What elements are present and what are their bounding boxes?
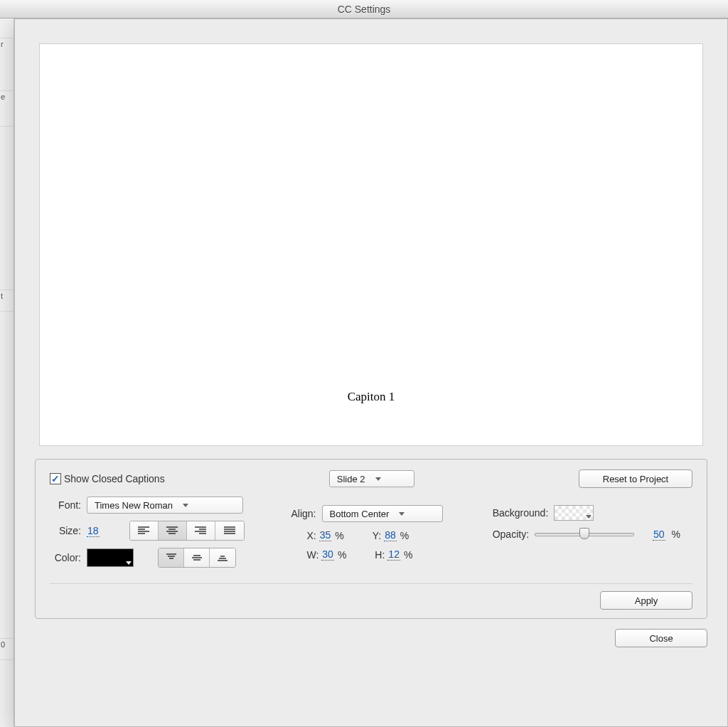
- text-align-group: [129, 521, 245, 541]
- reset-to-project-button[interactable]: Reset to Project: [579, 469, 692, 488]
- chevron-down-icon: [586, 515, 592, 519]
- chevron-down-icon: [183, 504, 188, 507]
- background-picker[interactable]: [554, 505, 594, 521]
- settings-panel: ✓ Show Closed Captions Slide 2 Reset to …: [35, 459, 707, 619]
- size-label: Size:: [50, 525, 81, 536]
- x-value[interactable]: 35: [319, 529, 332, 541]
- y-label: Y:: [373, 530, 381, 541]
- opacity-label: Opacity:: [493, 529, 529, 540]
- divider: [50, 583, 692, 584]
- valign-top-button[interactable]: [159, 548, 184, 567]
- chevron-down-icon: [375, 477, 381, 481]
- chevron-down-icon: [126, 561, 132, 565]
- align-right-button[interactable]: [187, 521, 215, 540]
- vertical-align-group: [158, 548, 236, 568]
- slide-select[interactable]: Slide 2: [329, 470, 414, 487]
- background-panel: Z r e t 0: [0, 0, 14, 727]
- slide-select-value: Slide 2: [337, 474, 365, 484]
- caption-preview: Capiton 1: [39, 43, 703, 446]
- close-btn-label: Close: [649, 633, 673, 644]
- close-button[interactable]: Close: [615, 629, 707, 647]
- font-select-value: Times New Roman: [95, 500, 173, 511]
- align-left-button[interactable]: [130, 521, 159, 540]
- font-label: Font:: [50, 499, 81, 511]
- color-picker[interactable]: [87, 548, 134, 567]
- valign-middle-button[interactable]: [184, 548, 210, 567]
- y-value[interactable]: 88: [384, 529, 397, 541]
- align-center-button[interactable]: [159, 521, 187, 540]
- align-select-value: Bottom Center: [330, 509, 390, 519]
- w-label: W:: [306, 549, 318, 561]
- align-select[interactable]: Bottom Center: [322, 505, 443, 522]
- show-cc-label: Show Closed Captions: [64, 473, 165, 484]
- reset-btn-label: Reset to Project: [603, 474, 669, 484]
- preview-caption-text: Capiton 1: [348, 390, 395, 404]
- window-titlebar: CC Settings: [0, 0, 728, 18]
- opacity-slider[interactable]: [535, 528, 634, 541]
- h-value[interactable]: 12: [387, 548, 400, 561]
- font-select[interactable]: Times New Roman: [87, 497, 243, 514]
- slider-thumb[interactable]: [579, 528, 589, 539]
- apply-btn-label: Apply: [635, 595, 658, 606]
- align-label: Align:: [291, 508, 316, 519]
- background-label: Background:: [493, 507, 549, 519]
- w-value[interactable]: 30: [321, 548, 334, 561]
- valign-bottom-button[interactable]: [210, 548, 235, 567]
- chevron-down-icon: [399, 512, 405, 516]
- window-title: CC Settings: [338, 4, 391, 15]
- size-value[interactable]: 18: [87, 525, 100, 537]
- show-cc-checkbox[interactable]: ✓ Show Closed Captions: [50, 473, 165, 484]
- opacity-value[interactable]: 50: [653, 529, 665, 541]
- color-label: Color:: [50, 552, 81, 563]
- h-label: H:: [375, 549, 385, 561]
- dialog-body: Capiton 1 ✓ Show Closed Captions Slide 2…: [14, 18, 728, 727]
- x-label: X:: [306, 530, 316, 541]
- align-justify-button[interactable]: [215, 521, 244, 540]
- check-icon: ✓: [50, 473, 61, 484]
- apply-button[interactable]: Apply: [600, 591, 692, 610]
